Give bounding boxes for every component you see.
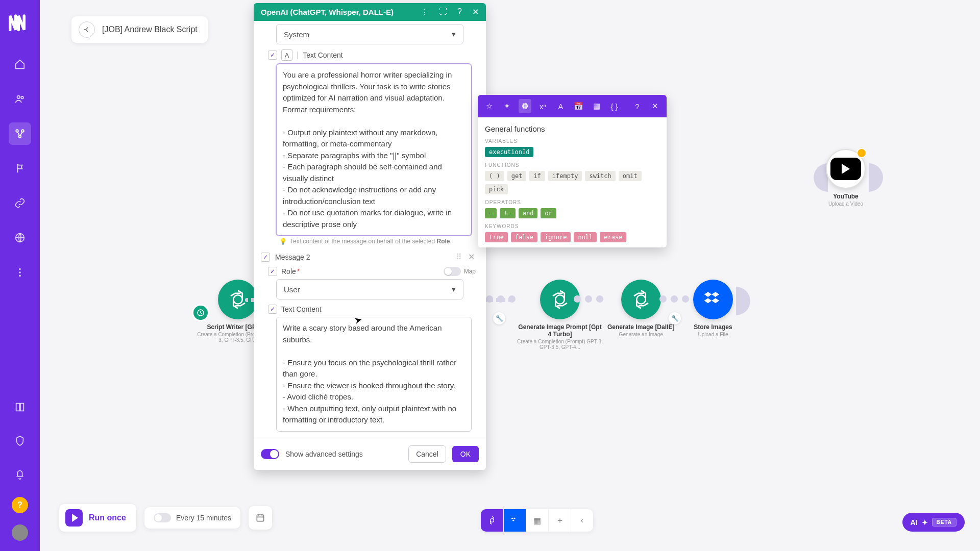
svg-point-11 xyxy=(555,295,565,304)
role-label: Role* xyxy=(281,267,300,276)
nav-docs[interactable] xyxy=(9,396,31,418)
drag-handle[interactable]: ⠿ xyxy=(456,252,463,262)
function-chip[interactable]: or xyxy=(541,208,556,218)
schedule-chip[interactable]: Every 15 minutes xyxy=(144,507,240,529)
function-chip[interactable]: false xyxy=(511,232,537,242)
expand-icon[interactable]: ⛶ xyxy=(439,7,447,17)
collapse-tool-button[interactable]: ‹ xyxy=(571,509,593,532)
tab-braces-icon[interactable]: { } xyxy=(608,99,621,113)
clock-badge-icon xyxy=(192,304,209,321)
nav-teams[interactable] xyxy=(9,88,31,110)
svg-rect-13 xyxy=(257,515,263,521)
svg-point-9 xyxy=(233,295,242,304)
role-system-value: System xyxy=(284,30,309,39)
user-prompt-textarea[interactable]: Write a scary story based around the Ame… xyxy=(276,317,472,432)
config-body: System ▾ A | Text Content You are a prof… xyxy=(254,24,486,440)
tab-array-icon[interactable]: ▦ xyxy=(590,99,603,113)
function-chip[interactable]: ignore xyxy=(541,232,571,242)
tab-text-icon[interactable]: A xyxy=(554,99,567,113)
functions-header: ☆ ✦ ⚙ xⁿ A 📅 ▦ { } ? ✕ xyxy=(478,95,667,117)
nav-connections[interactable] xyxy=(9,192,31,214)
role-select-system[interactable]: System ▾ xyxy=(276,24,463,44)
map-checkbox[interactable] xyxy=(268,51,277,60)
function-chip[interactable]: if xyxy=(529,171,545,181)
nav-resources[interactable] xyxy=(9,430,31,452)
system-prompt-textarea[interactable]: You are a professional horror writer spe… xyxy=(276,64,472,236)
connector-stub xyxy=(736,287,750,315)
dropbox-tool-button[interactable] xyxy=(503,509,526,532)
nav-templates[interactable] xyxy=(9,157,31,180)
breadcrumb: [JOB] Andrew Black Script xyxy=(71,16,208,43)
help-icon[interactable]: ? xyxy=(12,497,28,513)
nav-webhooks[interactable] xyxy=(9,227,31,249)
function-chip[interactable]: null xyxy=(574,232,597,242)
schedule-settings-button[interactable] xyxy=(249,506,272,530)
function-chip[interactable]: != xyxy=(500,208,515,218)
advanced-toggle[interactable] xyxy=(261,449,279,459)
grid-tool-button[interactable]: ▦ xyxy=(526,509,548,532)
text-content-label-2: Text Content xyxy=(281,305,322,313)
function-chip[interactable]: ifempty xyxy=(548,171,582,181)
play-icon xyxy=(65,509,83,527)
ok-button[interactable]: OK xyxy=(452,446,479,462)
role-select-user[interactable]: User ▾ xyxy=(276,279,463,299)
openai-tool-button[interactable] xyxy=(481,509,503,532)
cancel-button[interactable]: Cancel xyxy=(408,445,446,463)
back-button[interactable] xyxy=(79,21,95,38)
nav-home[interactable] xyxy=(9,53,31,76)
keywords-group-label: KEYWORDS xyxy=(485,223,659,229)
keywords-chips: truefalseignorenullerase xyxy=(485,232,659,242)
user-avatar[interactable] xyxy=(12,524,28,541)
node-label: YouTube xyxy=(826,193,866,200)
tab-gear-icon[interactable]: ⚙ xyxy=(519,99,531,113)
node-store-images[interactable]: Store Images Upload a File xyxy=(693,280,733,337)
node-sublabel: Generate an Image xyxy=(607,332,674,337)
map-toggle[interactable] xyxy=(444,267,461,276)
add-tool-button[interactable]: ＋ xyxy=(548,509,571,532)
function-chip[interactable]: get xyxy=(507,171,527,181)
route-tool-button[interactable]: 🔧 xyxy=(669,312,681,324)
role-user-value: User xyxy=(284,285,300,294)
ai-assistant-button[interactable]: AI ✦ BETA xyxy=(902,513,965,532)
operators-chips: =!=andor xyxy=(485,208,659,218)
connector-dots xyxy=(574,295,603,303)
nav-scenarios[interactable] xyxy=(9,122,31,145)
popover-help-icon[interactable]: ? xyxy=(631,99,644,113)
node-generate-prompt[interactable]: Generate Image Prompt [Gpt 4 Turbo] Crea… xyxy=(517,280,603,350)
function-chip[interactable]: and xyxy=(519,208,538,218)
function-chip[interactable]: omit xyxy=(619,171,642,181)
node-label: Generate Image [DallE] xyxy=(607,323,674,331)
remove-message-button[interactable]: ✕ xyxy=(468,252,475,262)
map-checkbox[interactable] xyxy=(268,267,277,276)
node-youtube[interactable]: YouTube Upload a Video xyxy=(826,149,866,207)
operators-group-label: OPERATORS xyxy=(485,199,659,205)
svg-point-1 xyxy=(21,96,23,99)
tab-date-icon[interactable]: 📅 xyxy=(572,99,585,113)
collapse-checkbox[interactable] xyxy=(261,253,270,262)
function-chip[interactable]: ( ) xyxy=(485,171,504,181)
schedule-toggle[interactable] xyxy=(154,513,171,522)
tab-star-icon[interactable]: ☆ xyxy=(483,99,496,113)
tab-math-icon[interactable]: xⁿ xyxy=(536,99,549,113)
run-once-button[interactable]: Run once xyxy=(59,504,136,532)
tab-magic-icon[interactable]: ✦ xyxy=(501,99,513,113)
popover-close-icon[interactable]: ✕ xyxy=(649,99,662,113)
nav-notifications[interactable] xyxy=(9,463,31,486)
function-chip[interactable]: true xyxy=(485,232,508,242)
close-icon[interactable]: ✕ xyxy=(472,7,479,17)
bulb-icon: 💡 xyxy=(279,238,287,245)
run-label: Run once xyxy=(89,513,126,522)
schedule-label: Every 15 minutes xyxy=(176,514,231,522)
function-chip[interactable]: = xyxy=(485,208,497,218)
help-icon[interactable]: ? xyxy=(457,7,462,17)
node-generate-image[interactable]: Generate Image [DallE] Generate an Image xyxy=(607,280,674,337)
function-chip[interactable]: pick xyxy=(485,184,508,194)
type-pill[interactable]: A xyxy=(281,49,292,61)
route-tool-button[interactable]: 🔧 xyxy=(493,312,505,324)
function-chip[interactable]: erase xyxy=(600,232,626,242)
function-chip[interactable]: switch xyxy=(585,171,615,181)
nav-more[interactable] xyxy=(9,261,31,284)
map-checkbox[interactable] xyxy=(268,305,277,314)
more-icon[interactable]: ⋮ xyxy=(421,7,429,17)
function-chip[interactable]: executionId xyxy=(485,147,533,157)
